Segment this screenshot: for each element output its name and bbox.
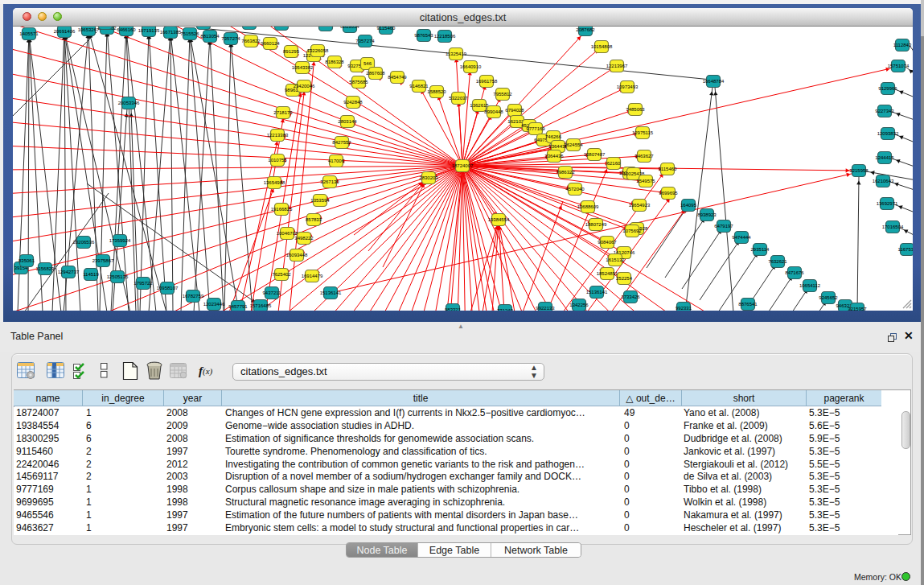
svg-text:16671385: 16671385 — [160, 30, 182, 35]
svg-text:13654923: 13654923 — [629, 203, 651, 208]
svg-text:3215957: 3215957 — [848, 307, 867, 311]
svg-text:983321: 983321 — [445, 307, 462, 311]
svg-text:12023446: 12023446 — [203, 302, 225, 307]
svg-text:1167534: 1167534 — [898, 247, 913, 252]
svg-text:1795722: 1795722 — [133, 281, 153, 286]
svg-text:891295: 891295 — [283, 49, 300, 54]
svg-text:857833: 857833 — [306, 217, 322, 222]
svg-text:16961758: 16961758 — [476, 79, 498, 84]
svg-text:1588520: 1588520 — [427, 89, 446, 94]
svg-text:546: 546 — [363, 61, 372, 66]
svg-text:9146821: 9146821 — [409, 84, 429, 89]
svg-text:9129966: 9129966 — [878, 86, 897, 91]
svg-text:10973493: 10973493 — [617, 84, 639, 89]
svg-text:19166825: 19166825 — [271, 207, 293, 212]
svg-text:12218506: 12218506 — [434, 34, 456, 39]
svg-text:1075692: 1075692 — [622, 229, 642, 233]
svg-text:9115460: 9115460 — [377, 27, 396, 31]
svg-text:2830203: 2830203 — [419, 175, 438, 180]
svg-text:16782759: 16782759 — [183, 294, 204, 299]
svg-text:23975867: 23975867 — [92, 258, 114, 263]
svg-text:8938923: 8938923 — [697, 212, 717, 217]
svg-text:10688609: 10688609 — [577, 204, 599, 209]
svg-text:13654988: 13654988 — [264, 180, 285, 185]
svg-text:9115460: 9115460 — [659, 167, 678, 171]
svg-text:10958107: 10958107 — [157, 286, 179, 290]
svg-text:12505135: 12505135 — [107, 274, 129, 279]
svg-text:5322037: 5322037 — [449, 96, 468, 101]
svg-text:12093832: 12093832 — [877, 131, 899, 136]
svg-text:20206536: 20206536 — [73, 240, 95, 245]
svg-text:10653267: 10653267 — [78, 27, 100, 32]
svg-text:10719135: 10719135 — [138, 28, 160, 33]
svg-text:5875685: 5875685 — [349, 80, 368, 84]
svg-text:9463627: 9463627 — [634, 154, 654, 159]
svg-text:1549575: 1549575 — [636, 179, 655, 183]
svg-text:9457791: 9457791 — [228, 304, 248, 309]
svg-text:10543382: 10543382 — [292, 65, 314, 70]
svg-text:18724007: 18724007 — [452, 163, 474, 168]
svg-text:15136141: 15136141 — [320, 290, 342, 295]
svg-text:1112843: 1112843 — [893, 43, 912, 47]
svg-text:8876541: 8876541 — [738, 302, 758, 307]
svg-text:9876543: 9876543 — [414, 33, 433, 38]
svg-text:13226058: 13226058 — [307, 48, 329, 53]
svg-text:10654112: 10654112 — [799, 283, 821, 288]
svg-text:3624554: 3624554 — [564, 142, 583, 147]
svg-text:6479197: 6479197 — [714, 224, 733, 229]
svg-text:2803144: 2803144 — [338, 119, 357, 124]
svg-text:9437211: 9437211 — [263, 290, 282, 295]
svg-text:7625402: 7625402 — [272, 272, 291, 277]
svg-text:1353594: 1353594 — [310, 198, 330, 203]
svg-text:6794028: 6794028 — [505, 108, 524, 113]
svg-text:1362615: 1362615 — [470, 103, 489, 108]
svg-text:9777169: 9777169 — [526, 126, 545, 131]
svg-text:12213967: 12213967 — [606, 64, 628, 68]
svg-text:9474444: 9474444 — [732, 235, 751, 240]
svg-text:6466160: 6466160 — [117, 27, 136, 32]
svg-text:62160: 62160 — [607, 161, 621, 166]
svg-text:15136141: 15136141 — [586, 290, 608, 295]
svg-text:1244415: 1244415 — [875, 155, 894, 160]
svg-text:17016504: 17016504 — [882, 225, 904, 229]
svg-text:16093448: 16093448 — [286, 253, 308, 257]
svg-text:9699695: 9699695 — [659, 191, 678, 196]
svg-text:20691406: 20691406 — [54, 29, 76, 34]
svg-text:(x): (x) — [203, 366, 213, 377]
svg-text:20053346: 20053346 — [118, 101, 140, 105]
svg-text:7663822: 7663822 — [241, 39, 261, 43]
svg-text:10154808: 10154808 — [591, 44, 613, 49]
svg-text:16033809: 16033809 — [315, 27, 337, 27]
svg-text:9242848: 9242848 — [343, 100, 363, 105]
svg-text:2087682: 2087682 — [576, 27, 595, 32]
svg-text:7357274: 7357274 — [221, 36, 240, 41]
svg-text:2718176: 2718176 — [273, 110, 293, 115]
svg-text:7485063: 7485063 — [626, 107, 645, 112]
svg-text:8186328: 8186328 — [325, 60, 344, 64]
svg-text:17359924: 17359924 — [109, 238, 131, 243]
svg-text:3498222: 3498222 — [294, 236, 314, 241]
svg-text:9084067: 9084067 — [598, 240, 617, 245]
svg-text:12942737: 12942737 — [58, 270, 80, 274]
svg-text:771240: 771240 — [497, 308, 514, 311]
svg-text:18807249: 18807249 — [585, 222, 607, 227]
svg-text:12975115: 12975115 — [632, 130, 654, 135]
svg-text:23420046: 23420046 — [294, 84, 315, 89]
svg-text:16210643: 16210643 — [873, 179, 894, 183]
svg-text:1615132: 1615132 — [606, 257, 625, 262]
svg-text:11325419: 11325419 — [446, 51, 467, 56]
svg-text:2935114: 2935114 — [751, 247, 770, 252]
svg-text:1733426: 1733426 — [621, 295, 640, 299]
svg-text:992331: 992331 — [676, 306, 692, 311]
svg-text:417006: 417006 — [328, 159, 345, 163]
svg-text:9660124: 9660124 — [261, 41, 280, 46]
svg-text:164095: 164095 — [680, 203, 697, 208]
svg-text:18524851: 18524851 — [597, 271, 618, 276]
svg-text:1010755: 1010755 — [268, 158, 287, 163]
svg-text:7986322: 7986322 — [556, 170, 575, 175]
svg-text:7357274: 7357274 — [355, 39, 375, 43]
svg-text:9227343: 9227343 — [875, 109, 894, 113]
svg-text:1342256: 1342256 — [569, 303, 589, 307]
svg-text:8813054: 8813054 — [200, 34, 220, 39]
svg-text:252254: 252254 — [616, 276, 633, 281]
